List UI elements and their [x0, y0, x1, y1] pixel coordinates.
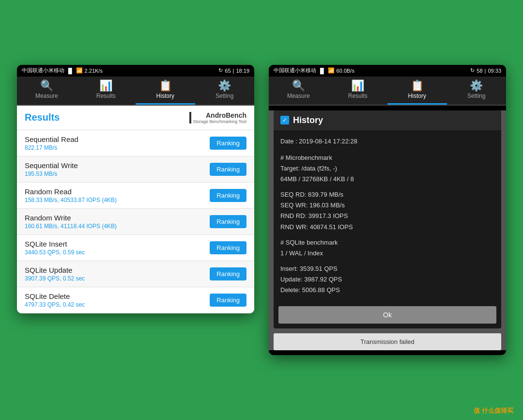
- result-info-2: Random Read 158.33 MB/s, 40533.87 IOPS (…: [25, 187, 117, 203]
- phone1-tab-history[interactable]: 📋 History: [136, 77, 195, 105]
- phone2-results-icon: 📊: [351, 80, 364, 91]
- result-row-3: Random Write 160.61 MB/s, 41118.44 IOPS …: [17, 209, 254, 235]
- seq-wr: SEQ WR: 196.03 MB/s: [280, 200, 494, 211]
- sqlite-config: 1 / WAL / Index: [280, 248, 494, 259]
- history-modal-body: Date : 2019-08-14 17:22:28 # Microbenchm…: [274, 130, 501, 306]
- sqlite-header: # SQLite benchmark: [280, 237, 494, 248]
- result-row-1: Sequential Write 195.53 MB/s Ranking: [17, 156, 254, 183]
- androbench-logo: AndroBench Storage Benchmarking Tool: [189, 111, 246, 124]
- results-header: Results AndroBench Storage Benchmarking …: [17, 106, 254, 130]
- phone1-measure-label: Measure: [35, 93, 58, 99]
- history-modal: ✓ History Date : 2019-08-14 17:22:28 # M…: [274, 110, 501, 328]
- result-name-4: SQLite Insert: [25, 240, 85, 248]
- ranking-btn-3[interactable]: Ranking: [210, 215, 246, 228]
- result-name-1: Sequential Write: [25, 161, 78, 170]
- result-name-6: SQLite Delete: [25, 292, 85, 300]
- phone1-history-icon: 📋: [159, 80, 172, 91]
- phone1-measure-icon: 🔍: [40, 80, 53, 91]
- result-row-4: SQLite Insert 3440.53 QPS, 0.59 sec Rank…: [17, 235, 254, 261]
- phone2-battery: 58: [477, 68, 482, 74]
- microbench-header: # Microbenchmark: [280, 153, 494, 163]
- ranking-btn-4[interactable]: Ranking: [210, 241, 246, 254]
- phone2-status-bar: 中国联通小米移动 ▐▌ 📶 60.0B/s ↻ 58 | 09:33: [269, 65, 506, 77]
- result-value-0: 822.17 MB/s: [25, 144, 78, 151]
- phone2-wifi: 📶: [328, 67, 335, 74]
- result-name-2: Random Read: [25, 187, 117, 196]
- phone2-tab-history[interactable]: 📋 History: [387, 77, 447, 105]
- phone1-tab-results[interactable]: 📊 Results: [77, 77, 136, 105]
- result-value-4: 3440.53 QPS, 0.59 sec: [25, 249, 85, 256]
- result-value-3: 160.61 MB/s, 41118.44 IOPS (4KB): [25, 223, 117, 230]
- phone2-tab-measure[interactable]: 🔍 Measure: [269, 77, 328, 105]
- microbench-target: Target: /data (f2fs, -): [280, 163, 494, 174]
- result-value-1: 195.53 MB/s: [25, 171, 78, 177]
- history-date: Date : 2019-08-14 17:22:28: [280, 136, 494, 147]
- phone2-tab-results[interactable]: 📊 Results: [328, 77, 388, 105]
- phone1-tab-setting[interactable]: ⚙️ Setting: [195, 77, 255, 105]
- ranking-btn-1[interactable]: Ranking: [210, 163, 246, 176]
- history-perf-section: SEQ RD: 839.79 MB/s SEQ WR: 196.03 MB/s …: [280, 189, 494, 232]
- sqlite-insert: Insert: 3539.51 QPS: [280, 264, 494, 274]
- phone1-carrier: 中国联通小米移动: [22, 67, 64, 74]
- ranking-btn-0[interactable]: Ranking: [210, 137, 246, 150]
- results-rows: Sequential Read 822.17 MB/s Ranking Sequ…: [17, 130, 254, 313]
- phone1-data-speed: 2.21K/s: [85, 68, 103, 74]
- phone2-signal-bars: ▐▌: [318, 68, 326, 74]
- phone1-nav-tabs: 🔍 Measure 📊 Results 📋 History ⚙️ Setting: [17, 77, 254, 106]
- androbench-logo-text: AndroBench Storage Benchmarking Tool: [193, 111, 246, 124]
- history-modal-header: ✓ History: [274, 110, 501, 130]
- result-row-2: Random Read 158.33 MB/s, 40533.87 IOPS (…: [17, 183, 254, 209]
- phone2-setting-label: Setting: [467, 93, 485, 99]
- results-title: Results: [25, 112, 60, 123]
- result-row-0: Sequential Read 822.17 MB/s Ranking: [17, 130, 254, 156]
- phone2-tab-setting[interactable]: ⚙️ Setting: [447, 77, 507, 105]
- phone1-history-label: History: [156, 93, 174, 99]
- phone2-refresh-icon: ↻: [470, 67, 475, 74]
- phone1-setting-label: Setting: [215, 93, 233, 99]
- result-value-6: 4797.33 QPS, 0.42 sec: [25, 301, 85, 308]
- phone2-data-speed: 60.0B/s: [337, 68, 354, 74]
- phone1-status-bar: 中国联通小米移动 ▐▌ 📶 2.21K/s ↻ 65 | 18:19: [17, 65, 254, 77]
- phone1-results-label: Results: [96, 93, 116, 99]
- ranking-btn-6[interactable]: Ranking: [210, 294, 246, 307]
- history-checkbox: ✓: [280, 116, 289, 124]
- phone1-time: 18:19: [236, 68, 249, 74]
- watermark-icon: 值: [474, 407, 482, 414]
- transmission-failed-button[interactable]: Transmission failed: [274, 333, 501, 350]
- history-sqlite-perf-section: Insert: 3539.51 QPS Update: 3987.92 QPS …: [280, 264, 494, 296]
- watermark-text: 什么值得买: [482, 407, 513, 414]
- androbench-name: AndroBench: [206, 111, 246, 119]
- phone2-history-icon: 📋: [411, 80, 424, 91]
- result-info-5: SQLite Update 3907.39 QPS, 0.52 sec: [25, 266, 85, 282]
- result-row-6: SQLite Delete 4797.33 QPS, 0.42 sec Rank…: [17, 287, 254, 313]
- result-name-3: Random Write: [25, 214, 117, 222]
- result-info-6: SQLite Delete 4797.33 QPS, 0.42 sec: [25, 292, 85, 308]
- result-info-0: Sequential Read 822.17 MB/s: [25, 135, 78, 151]
- phone2-history-label: History: [408, 93, 426, 99]
- seq-rd: SEQ RD: 839.79 MB/s: [280, 189, 494, 200]
- phone1-content: Results AndroBench Storage Benchmarking …: [17, 106, 254, 313]
- phone2-results-label: Results: [348, 93, 368, 99]
- result-name-0: Sequential Read: [25, 135, 78, 143]
- rnd-rd: RND RD: 39917.3 IOPS: [280, 211, 494, 221]
- sqlite-delete: Delete: 5006.88 QPS: [280, 285, 494, 296]
- phone1-tab-measure[interactable]: 🔍 Measure: [17, 77, 77, 105]
- rnd-wr: RND WR: 40874.51 IOPS: [280, 222, 494, 233]
- ok-button[interactable]: Ok: [278, 306, 496, 324]
- result-value-2: 158.33 MB/s, 40533.87 IOPS (4KB): [25, 197, 117, 203]
- ranking-btn-5[interactable]: Ranking: [210, 267, 246, 280]
- result-value-5: 3907.39 QPS, 0.52 sec: [25, 275, 85, 282]
- phone1: 中国联通小米移动 ▐▌ 📶 2.21K/s ↻ 65 | 18:19 🔍 Mea…: [17, 65, 254, 313]
- history-sqlite-section: # SQLite benchmark 1 / WAL / Index: [280, 237, 494, 259]
- result-info-4: SQLite Insert 3440.53 QPS, 0.59 sec: [25, 240, 85, 256]
- result-info-1: Sequential Write 195.53 MB/s: [25, 161, 78, 177]
- ranking-btn-2[interactable]: Ranking: [210, 189, 246, 202]
- phone1-refresh-icon: ↻: [218, 67, 223, 74]
- phone2-measure-label: Measure: [287, 93, 310, 99]
- phone1-setting-icon: ⚙️: [218, 80, 231, 91]
- history-microbench-section: # Microbenchmark Target: /data (f2fs, -)…: [280, 153, 494, 185]
- phone2-measure-icon: 🔍: [292, 80, 305, 91]
- watermark: 值 什么值得买: [474, 406, 513, 415]
- microbench-config: 64MB / 32768KB / 4KB / 8: [280, 174, 494, 185]
- phone2-time: 09:33: [488, 68, 501, 74]
